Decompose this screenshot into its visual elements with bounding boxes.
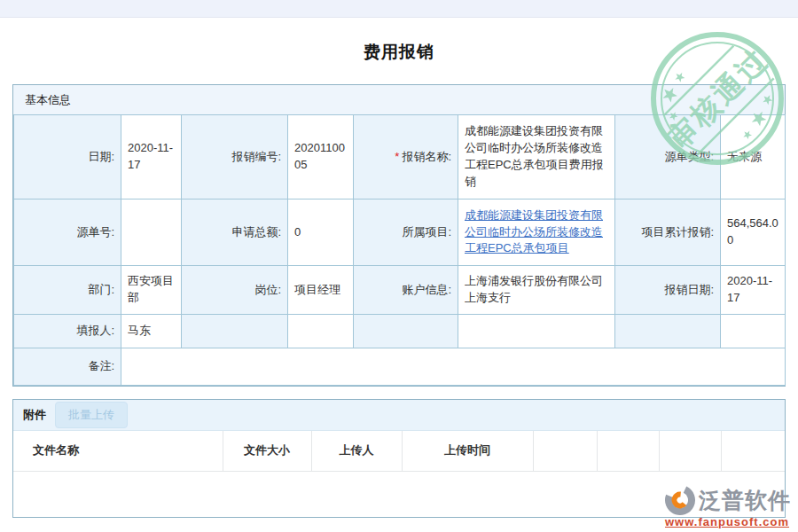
attachments-table: 文件名称 文件大小 上传人 上传时间 (13, 431, 785, 472)
table-row: 部门: 西安项目部 岗位: 项目经理 账户信息: 上海浦发银行股份有限公司上海支… (14, 266, 786, 315)
table-row: 备注: (14, 348, 786, 386)
field-value-source-type: 无来源 (721, 115, 786, 200)
project-link[interactable]: 成都能源建设集团投资有限公司临时办公场所装修改造工程EPC总承包项目 (465, 208, 603, 255)
field-label-position: 岗位: (182, 266, 288, 315)
attachments-header: 附件 批量上传 (13, 400, 785, 431)
field-label-source-type: 源单类型: (615, 115, 721, 200)
required-marker: * (395, 150, 399, 163)
column-header-empty (659, 431, 721, 471)
attachments-section-title: 附件 (23, 407, 46, 423)
field-label-department: 部门: (14, 266, 121, 315)
field-value-expense-date: 2020-11-17 (721, 266, 786, 315)
field-label-date: 日期: (14, 115, 121, 200)
column-header-empty (533, 431, 597, 471)
field-value-source-no (121, 200, 182, 266)
field-label-project: 所属项目: (354, 200, 458, 266)
field-label-expense-date: 报销日期: (615, 266, 721, 315)
attachments-header-row: 文件名称 文件大小 上传人 上传时间 (13, 431, 785, 471)
empty-label-cell (182, 315, 288, 348)
column-header-uploader: 上传人 (311, 431, 402, 471)
field-label-filler: 填报人: (14, 315, 121, 348)
field-label-expense-name: *报销名称: (354, 115, 458, 200)
column-header-empty (721, 431, 785, 471)
batch-upload-button[interactable]: 批量上传 (55, 402, 128, 428)
field-label-expense-name-text: 报销名称: (402, 150, 451, 163)
field-value-expense-no: 2020110005 (288, 115, 354, 200)
empty-value-cell (458, 315, 615, 348)
column-header-file-name: 文件名称 (13, 431, 223, 471)
basic-info-section-title: 基本信息 (13, 85, 785, 114)
field-value-expense-name: 成都能源建设集团投资有限公司临时办公场所装修改造工程EPC总承包项目费用报销 (458, 115, 615, 200)
column-header-file-size: 文件大小 (223, 431, 311, 471)
basic-info-table: 日期: 2020-11-17 报销编号: 2020110005 *报销名称: 成… (13, 114, 786, 386)
field-value-position: 项目经理 (288, 266, 354, 315)
field-label-source-no: 源单号: (14, 200, 121, 266)
page-title: 费用报销 (0, 41, 798, 64)
vendor-brand-name: 泛普软件 (699, 486, 791, 515)
fanpu-logo-icon (663, 483, 697, 517)
empty-label-cell (615, 315, 721, 348)
field-value-filler: 马东 (121, 315, 182, 348)
table-row: 填报人: 马东 (14, 315, 786, 348)
field-value-date: 2020-11-17 (121, 115, 182, 200)
field-label-account-info: 账户信息: (354, 266, 458, 315)
field-label-remark: 备注: (14, 348, 121, 386)
field-label-total-amount: 申请总额: (182, 200, 288, 266)
field-value-project-total: 564,564.00 (721, 200, 786, 266)
field-value-total-amount: 0 (288, 200, 354, 266)
field-value-department: 西安项目部 (121, 266, 182, 315)
top-bar (0, 0, 798, 18)
field-value-project: 成都能源建设集团投资有限公司临时办公场所装修改造工程EPC总承包项目 (458, 200, 615, 266)
field-value-remark (121, 348, 786, 386)
empty-value-cell (721, 315, 786, 348)
field-value-account-info: 上海浦发银行股份有限公司上海支行 (458, 266, 615, 315)
field-label-expense-no: 报销编号: (182, 115, 288, 200)
empty-value-cell (288, 315, 354, 348)
empty-label-cell (354, 315, 458, 348)
field-label-project-total: 项目累计报销: (615, 200, 721, 266)
table-row: 源单号: 申请总额: 0 所属项目: 成都能源建设集团投资有限公司临时办公场所装… (14, 200, 786, 266)
table-row: 日期: 2020-11-17 报销编号: 2020110005 *报销名称: 成… (14, 115, 786, 200)
vendor-url-link[interactable]: www.fanpusoft.com (665, 515, 789, 528)
vendor-logo: 泛普软件 www.fanpusoft.com (663, 483, 791, 528)
column-header-empty (597, 431, 659, 471)
basic-info-section: 基本信息 日期: 2020-11-17 报销编号: 2020110005 *报销… (12, 84, 786, 387)
column-header-upload-time: 上传时间 (402, 431, 533, 471)
